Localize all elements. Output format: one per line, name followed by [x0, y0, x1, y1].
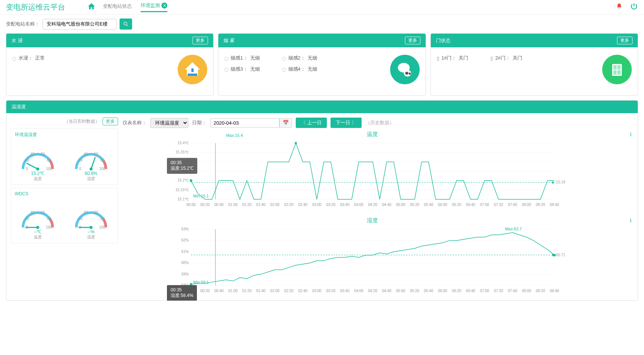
- tab-station-status[interactable]: 变配电站状态: [103, 2, 132, 12]
- close-icon[interactable]: ✕: [161, 3, 167, 9]
- svg-text:80: 80: [47, 158, 51, 162]
- svg-text:60: 60: [41, 210, 45, 214]
- svg-text:Min:15.1: Min:15.1: [193, 194, 209, 198]
- svg-text:02:40: 02:40: [298, 203, 308, 207]
- tab-label: 环境监测: [141, 2, 160, 9]
- svg-text:80: 80: [100, 217, 105, 221]
- meter-label: 仪表名称：: [123, 119, 147, 126]
- gauge-temp: 0 20 40 60 80 100 --℃温度: [14, 198, 62, 240]
- history-label: （历史数据）: [365, 119, 394, 126]
- svg-text:15.2℃: 15.2℃: [178, 178, 189, 182]
- svg-rect-3: [191, 68, 194, 72]
- svg-point-92: [295, 142, 297, 144]
- home-icon[interactable]: [87, 2, 95, 12]
- svg-rect-9: [613, 65, 617, 70]
- gauge-group: 环境温湿度 0 20 40 60 80 100 15.2℃温度 0 20 40 …: [11, 128, 118, 185]
- svg-text:02:40: 02:40: [298, 289, 308, 293]
- svg-text:02:20: 02:20: [284, 289, 294, 293]
- svg-text:60: 60: [94, 210, 98, 214]
- more-button[interactable]: 更多: [192, 37, 208, 44]
- svg-text:15.3℃: 15.3℃: [178, 160, 189, 164]
- chevron-right-icon: 〉: [352, 119, 356, 126]
- card-title: 门状态: [436, 37, 450, 44]
- svg-text:03:20: 03:20: [326, 289, 335, 293]
- svg-text:06:00: 06:00: [438, 203, 447, 207]
- svg-text:07:20: 07:20: [494, 203, 503, 207]
- svg-text:00:00: 00:00: [186, 289, 195, 293]
- door-icon: ▯: [437, 55, 439, 61]
- calendar-icon[interactable]: 📅: [279, 118, 292, 128]
- power-icon[interactable]: [630, 2, 638, 12]
- svg-text:15.15℃: 15.15℃: [175, 188, 189, 192]
- fire-icon: ◌: [224, 55, 228, 61]
- svg-text:15.1℃: 15.1℃: [178, 197, 189, 201]
- svg-text:0: 0: [79, 167, 81, 171]
- svg-text:00:00: 00:00: [186, 203, 195, 207]
- meter-select[interactable]: 环境温湿度: [150, 118, 188, 128]
- svg-line-19: [27, 163, 38, 169]
- next-day-button[interactable]: 下一日〉: [331, 118, 362, 128]
- svg-text:40: 40: [30, 152, 35, 156]
- svg-text:04:40: 04:40: [382, 203, 391, 207]
- svg-text:02:20: 02:20: [284, 203, 294, 207]
- svg-text:06:20: 06:20: [452, 203, 461, 207]
- humidity-chart: 58%59%60%61%62%63%00:0000:2000:4001:0001…: [123, 226, 622, 296]
- svg-marker-87: [552, 181, 554, 184]
- station-name-input[interactable]: [43, 19, 117, 30]
- fire-icon: ◌: [282, 55, 286, 61]
- svg-text:08:00: 08:00: [522, 203, 531, 207]
- svg-text:08:40: 08:40: [550, 289, 559, 293]
- svg-text:00:20: 00:20: [200, 289, 209, 293]
- svg-text:40: 40: [30, 210, 35, 214]
- gauge-hum: 0 20 40 60 80 100 60.8%湿度: [67, 139, 115, 182]
- svg-point-139: [553, 254, 556, 256]
- svg-point-36: [36, 226, 39, 229]
- date-input[interactable]: [210, 118, 279, 128]
- svg-text:15.19: 15.19: [556, 180, 565, 184]
- gauge-hum: 0 20 40 60 80 100 --%湿度: [67, 198, 115, 240]
- svg-rect-12: [617, 70, 621, 75]
- svg-text:01:20: 01:20: [242, 203, 252, 207]
- realtime-label: （当日实时数据）: [64, 118, 100, 125]
- svg-text:07:00: 07:00: [480, 203, 489, 207]
- search-button[interactable]: [120, 18, 132, 30]
- svg-rect-2: [188, 74, 197, 76]
- label: 水浸：: [19, 55, 33, 61]
- svg-text:06:40: 06:40: [466, 289, 475, 293]
- bell-icon[interactable]: [616, 3, 623, 11]
- svg-text:05:00: 05:00: [396, 289, 405, 293]
- svg-text:04:00: 04:00: [354, 203, 363, 207]
- svg-point-7: [409, 72, 411, 75]
- svg-point-0: [124, 22, 127, 25]
- fire-icon: ◌: [224, 67, 228, 72]
- download-icon[interactable]: ⭳: [628, 217, 633, 223]
- svg-text:40: 40: [84, 210, 88, 214]
- date-label: 日期：: [192, 119, 207, 126]
- svg-text:07:20: 07:20: [494, 289, 503, 293]
- svg-text:07:40: 07:40: [508, 289, 517, 293]
- svg-text:20: 20: [78, 158, 83, 162]
- svg-text:60: 60: [41, 152, 45, 156]
- svg-text:01:00: 01:00: [228, 203, 238, 207]
- card-flood: 水 浸 更多 ◌ 水浸： 正常: [6, 33, 214, 96]
- tab-env-monitor[interactable]: 环境监测 ✕: [141, 2, 167, 12]
- svg-text:60: 60: [94, 152, 98, 156]
- svg-text:60.71: 60.71: [556, 253, 565, 257]
- svg-text:0: 0: [26, 167, 28, 171]
- more-button[interactable]: 更多: [617, 37, 633, 44]
- card-door: 门状态 更多 ▯1#门：关门 ▯2#门：关门: [430, 33, 638, 96]
- svg-text:08:40: 08:40: [550, 203, 559, 207]
- svg-rect-10: [617, 65, 621, 70]
- more-button[interactable]: 更多: [103, 118, 118, 125]
- svg-text:59%: 59%: [181, 272, 189, 276]
- svg-text:20: 20: [78, 217, 83, 221]
- more-button[interactable]: 更多: [405, 37, 420, 44]
- card-title: 水 浸: [11, 37, 23, 44]
- svg-text:03:40: 03:40: [340, 203, 349, 207]
- svg-point-20: [36, 168, 39, 170]
- svg-line-1: [127, 25, 128, 26]
- card-title: 烟 雾: [224, 37, 235, 44]
- svg-text:04:20: 04:20: [368, 203, 377, 207]
- prev-day-button[interactable]: 〈上一日: [296, 118, 327, 128]
- download-icon[interactable]: ⭳: [628, 131, 633, 136]
